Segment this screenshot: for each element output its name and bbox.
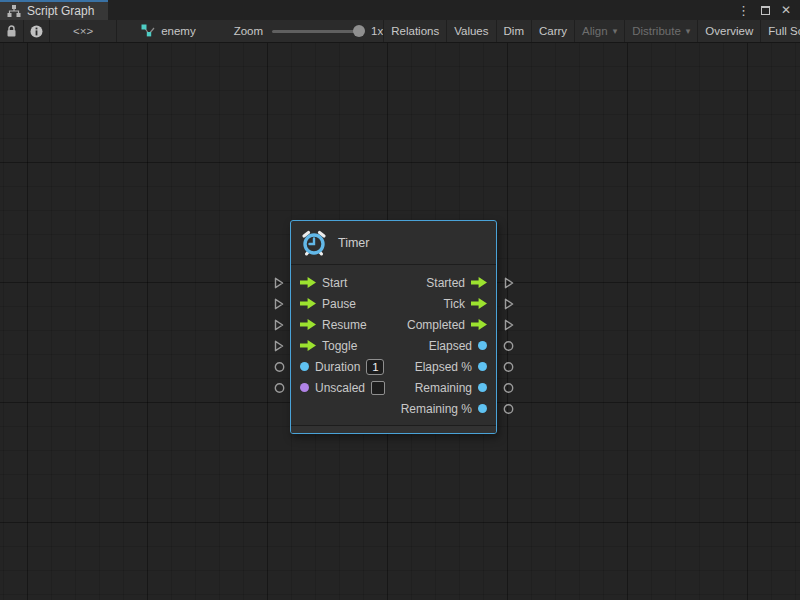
port-group-right: Elapsed [429, 339, 487, 353]
titlebar: Script Graph ⋮ ✕ [0, 0, 800, 20]
timer-node[interactable]: Timer StartStartedPauseTickResumeComplet… [290, 220, 497, 434]
timer-node-footer [291, 425, 496, 433]
outer-port-left-unscaled[interactable] [274, 382, 285, 393]
outer-port-right-remaining[interactable] [503, 382, 514, 393]
port-group-left: Unscaled [300, 381, 385, 395]
zoom-value: 1x [371, 25, 383, 37]
chevron-down-icon: ▾ [686, 26, 691, 36]
port-start-flow-arrow-icon[interactable] [300, 277, 316, 288]
node-port-row: StartStarted [291, 272, 496, 293]
port-pause-flow-arrow-icon[interactable] [300, 298, 316, 309]
toolbar-button-label: Dim [504, 25, 524, 37]
port-label-toggle: Toggle [322, 339, 357, 353]
outer-port-left-toggle[interactable] [274, 339, 284, 352]
outer-port-left-duration[interactable] [274, 361, 285, 372]
zoom-slider-handle[interactable] [353, 25, 365, 37]
code-view-button[interactable]: <×> [50, 20, 117, 42]
port-label-elapsed: Elapsed [429, 339, 472, 353]
port-group-left: Toggle [300, 339, 357, 353]
info-icon [30, 25, 43, 38]
node-port-row: Remaining % [291, 398, 496, 419]
toolbar-button-relations[interactable]: Relations [383, 20, 446, 42]
toolbar-button-label: Relations [391, 25, 439, 37]
alarm-clock-icon [300, 229, 328, 257]
toolbar-button-label: Values [454, 25, 488, 37]
port-group-right: Started [426, 276, 487, 290]
graph-canvas[interactable]: Timer StartStartedPauseTickResumeComplet… [0, 43, 800, 600]
port-duration-value-dot-blue-icon[interactable] [300, 362, 309, 371]
port-label-completed: Completed [407, 318, 465, 332]
outer-port-right-tick[interactable] [504, 297, 514, 310]
graph-asset-icon [141, 24, 155, 38]
close-icon[interactable]: ✕ [781, 4, 791, 16]
toolbar-button-values[interactable]: Values [446, 20, 495, 42]
toolbar-button-overview[interactable]: Overview [697, 20, 760, 42]
duration-value-input[interactable] [366, 359, 384, 375]
tab-title: Script Graph [27, 4, 94, 18]
port-unscaled-value-dot-purple-icon[interactable] [300, 383, 309, 392]
port-toggle-flow-arrow-icon[interactable] [300, 340, 316, 351]
outer-port-right-started[interactable] [504, 276, 514, 289]
graph-toolbar: <×> enemy Zoom 1x RelationsValuesDimCarr… [0, 20, 800, 43]
port-label-remaining: Remaining % [401, 402, 472, 416]
toolbar-button-label: Overview [705, 25, 753, 37]
port-label-tick: Tick [443, 297, 465, 311]
port-label-elapsed: Elapsed % [415, 360, 472, 374]
port-group-right: Remaining [415, 381, 487, 395]
port-group-left: Start [300, 276, 347, 290]
script-graph-window: Script Graph ⋮ ✕ [0, 0, 800, 600]
port-group-left: Duration [300, 359, 384, 375]
timer-node-header[interactable]: Timer [291, 221, 496, 265]
node-title: Timer [338, 236, 369, 250]
outer-port-left-resume[interactable] [274, 318, 284, 331]
port-group-left: Resume [300, 318, 367, 332]
port-remaining-value-dot-blue-icon[interactable] [478, 404, 487, 413]
port-label-duration: Duration [315, 360, 360, 374]
tab-script-graph[interactable]: Script Graph [0, 0, 108, 20]
maximize-icon[interactable] [761, 6, 770, 15]
port-label-start: Start [322, 276, 347, 290]
node-port-row: DurationElapsed % [291, 356, 496, 377]
unscaled-checkbox[interactable] [371, 381, 385, 395]
port-group-right: Completed [407, 318, 487, 332]
toolbar-button-carry[interactable]: Carry [531, 20, 574, 42]
port-label-unscaled: Unscaled [315, 381, 365, 395]
node-port-row: PauseTick [291, 293, 496, 314]
info-button[interactable] [24, 20, 50, 42]
node-port-row: ToggleElapsed [291, 335, 496, 356]
port-tick-flow-arrow-icon[interactable] [471, 298, 487, 309]
toolbar-button-full-screen[interactable]: Full Screen [760, 20, 800, 42]
outer-port-left-start[interactable] [274, 276, 284, 289]
port-label-started: Started [426, 276, 465, 290]
port-elapsed-value-dot-blue-icon[interactable] [478, 341, 487, 350]
port-group-right: Elapsed % [415, 360, 487, 374]
toolbar-button-label: Carry [539, 25, 567, 37]
lock-icon [6, 25, 17, 38]
toolbar-button-align[interactable]: Align▾ [574, 20, 624, 42]
outer-port-right-elapsed[interactable] [503, 340, 514, 351]
toolbar-button-label: Align [582, 25, 608, 37]
port-completed-flow-arrow-icon[interactable] [471, 319, 487, 330]
lock-button[interactable] [0, 20, 24, 42]
outer-port-right-completed[interactable] [504, 318, 514, 331]
port-group-left: Pause [300, 297, 356, 311]
toolbar-button-distribute[interactable]: Distribute▾ [624, 20, 697, 42]
toolbar-button-label: Distribute [632, 25, 681, 37]
port-resume-flow-arrow-icon[interactable] [300, 319, 316, 330]
window-menu-icon[interactable]: ⋮ [737, 4, 750, 17]
port-started-flow-arrow-icon[interactable] [471, 277, 487, 288]
graph-name: enemy [161, 25, 196, 37]
outer-port-right-elapsed[interactable] [503, 361, 514, 372]
port-remaining-value-dot-blue-icon[interactable] [478, 383, 487, 392]
port-elapsed-value-dot-blue-icon[interactable] [478, 362, 487, 371]
toolbar-button-label: Full Screen [768, 25, 800, 37]
node-port-row: ResumeCompleted [291, 314, 496, 335]
zoom-slider[interactable] [272, 30, 362, 33]
graph-breadcrumb[interactable]: enemy [129, 20, 208, 42]
toolbar-button-dim[interactable]: Dim [496, 20, 531, 42]
outer-port-left-pause[interactable] [274, 297, 284, 310]
port-group-right: Tick [443, 297, 487, 311]
outer-port-right-remaining[interactable] [503, 403, 514, 414]
toolbar-button-strip: RelationsValuesDimCarryAlign▾Distribute▾… [383, 20, 800, 42]
timer-node-ports: StartStartedPauseTickResumeCompletedTogg… [291, 265, 496, 425]
